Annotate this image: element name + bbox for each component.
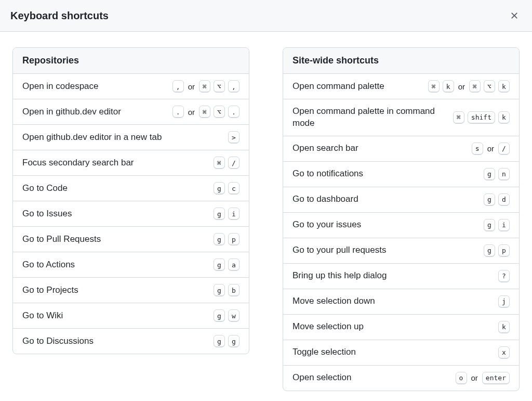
shortcut-keys: ⌘shiftk: [453, 111, 510, 124]
key: g: [214, 182, 225, 195]
dialog-body: RepositoriesOpen in codespace,or⌘⌥,Open …: [0, 32, 532, 401]
shortcut-row: Go to Wikigw: [13, 303, 249, 329]
key: s: [472, 143, 483, 155]
dialog-title: Keyboard shortcuts: [10, 10, 109, 22]
shortcut-row: Go to your pull requestsgp: [283, 238, 519, 264]
key: enter: [482, 372, 510, 384]
section-title: Site-wide shortcuts: [283, 48, 519, 74]
key: g: [228, 335, 240, 347]
shortcut-label: Toggle selection: [292, 346, 492, 358]
shortcut-label: Go to Code: [22, 183, 207, 195]
shortcut-row: Go to Pull Requestsgp: [13, 227, 249, 252]
key: ⌘: [453, 111, 464, 124]
shortcut-keys: j: [498, 295, 510, 308]
shortcut-row: Go to Projectsgb: [13, 278, 249, 303]
key: ?: [498, 270, 510, 282]
shortcut-row: Go to notificationsgn: [283, 162, 519, 187]
close-button[interactable]: [507, 8, 522, 23]
section-title: Repositories: [13, 48, 249, 74]
shortcut-keys: gn: [484, 168, 510, 180]
shortcut-label: Go to your issues: [292, 219, 477, 231]
shortcut-row: Go to your issuesgi: [283, 213, 519, 238]
shortcut-keys: gb: [214, 284, 240, 296]
shortcut-row: Move selection upk: [283, 315, 519, 340]
key: g: [484, 168, 495, 180]
key: g: [484, 193, 495, 206]
shortcut-label: Open in github.dev editor: [22, 106, 166, 118]
key: p: [228, 233, 240, 245]
key: ,: [228, 80, 240, 93]
or-separator: or: [187, 108, 196, 117]
shortcut-label: Go to your pull requests: [292, 244, 477, 256]
key: a: [228, 258, 240, 271]
key: p: [498, 244, 510, 257]
shortcut-keys: gg: [214, 335, 240, 347]
shortcut-keys: x: [498, 346, 510, 359]
shortcut-keys: >: [228, 131, 240, 144]
shortcut-keys: ⌘/: [214, 157, 240, 169]
key: k: [498, 111, 510, 124]
key: ⌥: [214, 106, 225, 118]
key: g: [484, 219, 495, 231]
key: k: [498, 321, 510, 333]
shortcut-keys: gi: [484, 219, 510, 231]
shortcut-row: Go to Actionsga: [13, 252, 249, 278]
or-separator: or: [187, 82, 196, 91]
shortcut-keys: ,or⌘⌥,: [172, 80, 240, 93]
shortcut-keys: gi: [214, 208, 240, 220]
key: /: [228, 157, 240, 169]
key: k: [498, 80, 510, 93]
shortcut-keys: ?: [498, 270, 510, 282]
or-separator: or: [457, 82, 466, 91]
column-left: RepositoriesOpen in codespace,or⌘⌥,Open …: [12, 47, 249, 401]
shortcut-keys: ⌘kor⌘⌥k: [428, 80, 510, 93]
or-separator: or: [470, 373, 479, 382]
key: .: [172, 106, 184, 118]
key: ⌘: [199, 106, 210, 118]
key: g: [214, 284, 225, 296]
shortcut-label: Open in codespace: [22, 81, 166, 93]
dialog-header: Keyboard shortcuts: [0, 0, 532, 32]
column-right: Site-wide shortcutsOpen command palette⌘…: [283, 47, 520, 401]
shortcut-row: Toggle selectionx: [283, 340, 519, 366]
key: >: [228, 131, 240, 144]
shortcut-label: Focus secondary search bar: [22, 157, 207, 169]
shortcut-label: Go to Pull Requests: [22, 234, 207, 245]
key: i: [228, 208, 240, 220]
section-repositories: RepositoriesOpen in codespace,or⌘⌥,Open …: [12, 47, 249, 354]
shortcut-keys: gw: [214, 309, 240, 322]
shortcut-row: Go to Issuesgi: [13, 201, 249, 227]
shortcut-keys: sor/: [472, 143, 510, 155]
shortcut-row: Open command palette in command mode⌘shi…: [283, 99, 519, 136]
shortcut-keys: gd: [484, 193, 510, 206]
shortcut-row: Go to dashboardgd: [283, 187, 519, 213]
shortcut-keys: oorenter: [456, 372, 510, 384]
key: ⌘: [199, 80, 210, 93]
shortcut-row: Open in codespace,or⌘⌥,: [13, 74, 249, 99]
shortcut-label: Open command palette in command mode: [292, 106, 447, 130]
shortcut-row: Open in github.dev editor.or⌘⌥.: [13, 99, 249, 125]
shortcut-label: Open search bar: [292, 143, 466, 154]
shortcut-label: Bring up this help dialog: [292, 270, 492, 282]
key: ⌥: [484, 80, 495, 93]
key: ⌘: [428, 80, 440, 93]
shortcut-keys: gp: [214, 233, 240, 245]
shortcut-label: Open selection: [292, 372, 449, 384]
shortcut-label: Go to Projects: [22, 284, 207, 296]
shortcut-row: Go to Codegc: [13, 176, 249, 201]
key: g: [484, 244, 495, 257]
key: g: [214, 335, 225, 347]
key: g: [214, 233, 225, 245]
shortcut-keys: k: [498, 321, 510, 333]
key: j: [498, 295, 510, 308]
key: o: [456, 372, 467, 384]
key: i: [498, 219, 510, 231]
shortcut-label: Move selection down: [292, 295, 492, 307]
shortcut-keys: ga: [214, 258, 240, 271]
shortcut-row: Go to Discussionsgg: [13, 329, 249, 354]
key: c: [228, 182, 240, 195]
shortcut-label: Go to notifications: [292, 168, 477, 180]
key: g: [214, 208, 225, 220]
shortcut-row: Open search barsor/: [283, 136, 519, 162]
key: ⌥: [214, 80, 225, 93]
